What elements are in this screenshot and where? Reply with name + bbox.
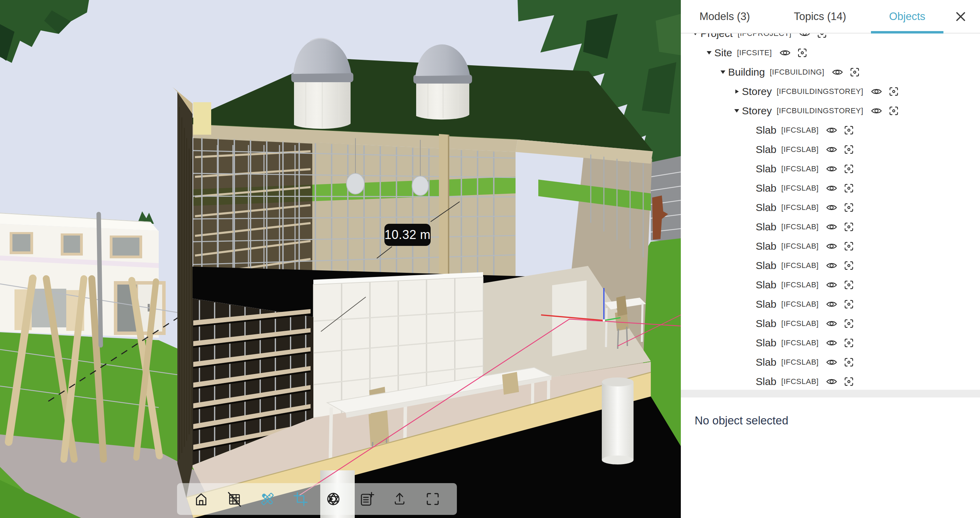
locate-target-icon[interactable] <box>844 203 854 212</box>
object-name[interactable]: Slab <box>756 182 776 194</box>
locate-target-icon[interactable] <box>844 125 854 135</box>
collapse-arrow-icon[interactable] <box>720 69 727 75</box>
visibility-eye-icon[interactable] <box>799 33 810 37</box>
locate-target-icon[interactable] <box>844 183 854 193</box>
object-name[interactable]: Slab <box>756 221 776 233</box>
locate-target-icon[interactable] <box>844 241 854 251</box>
visibility-eye-icon[interactable] <box>780 49 791 57</box>
visibility-eye-icon[interactable] <box>826 242 837 250</box>
locate-target-icon[interactable] <box>844 377 854 386</box>
visibility-eye-icon[interactable] <box>826 146 837 153</box>
object-name[interactable]: Building <box>728 66 765 78</box>
object-name[interactable]: Slab <box>756 260 776 271</box>
visibility-eye-icon[interactable] <box>832 69 843 76</box>
tree-row[interactable]: Storey[IFCBUILDINGSTOREY] <box>681 101 980 121</box>
locate-target-icon[interactable] <box>844 164 854 174</box>
upload-icon[interactable] <box>391 490 409 508</box>
visibility-eye-icon[interactable] <box>826 339 837 347</box>
collapse-arrow-icon[interactable] <box>733 108 741 114</box>
section-plane-icon[interactable] <box>291 490 310 508</box>
ifc-type-tag: [IFCBUILDINGSTOREY] <box>777 106 863 115</box>
locate-target-icon[interactable] <box>844 338 854 348</box>
locate-target-icon[interactable] <box>844 261 854 270</box>
tree-row[interactable]: Slab[IFCSLAB] <box>681 256 980 275</box>
object-name[interactable]: Slab <box>756 124 776 136</box>
expand-arrow-icon[interactable] <box>733 89 741 94</box>
tree-row[interactable]: Storey[IFCBUILDINGSTOREY] <box>681 82 980 101</box>
visibility-eye-icon[interactable] <box>826 359 837 366</box>
tree-row[interactable]: Site[IFCSITE] <box>681 43 980 62</box>
tree-row[interactable]: Slab[IFCSLAB] <box>681 121 980 140</box>
locate-target-icon[interactable] <box>797 48 807 58</box>
object-name[interactable]: Slab <box>756 279 776 291</box>
measurement-label: 10.32 m <box>384 224 431 246</box>
object-name[interactable]: Storey <box>742 86 772 97</box>
object-name[interactable]: Slab <box>756 143 776 155</box>
tab-models[interactable]: Models (3) <box>700 0 750 33</box>
locate-target-icon[interactable] <box>844 319 854 328</box>
tree-row[interactable]: Slab[IFCSLAB] <box>681 237 980 256</box>
tab-objects[interactable]: Objects <box>871 0 943 33</box>
object-name[interactable]: Slab <box>756 241 776 252</box>
locate-target-icon[interactable] <box>850 67 859 77</box>
object-name[interactable]: Slab <box>756 376 776 387</box>
tree-row[interactable]: Slab[IFCSLAB] <box>681 159 980 179</box>
objects-tree[interactable]: Project[IFCPROJECT]Site[IFCSITE]Building… <box>681 33 980 389</box>
tree-horizontal-scrollbar[interactable] <box>681 389 980 397</box>
visibility-eye-icon[interactable] <box>826 165 837 173</box>
tree-row[interactable]: Slab[IFCSLAB] <box>681 217 980 237</box>
visibility-eye-icon[interactable] <box>826 262 837 269</box>
tree-row[interactable]: Project[IFCPROJECT] <box>681 33 980 43</box>
object-name[interactable]: Slab <box>756 337 776 349</box>
close-icon[interactable] <box>954 10 967 24</box>
measure-icon[interactable] <box>258 490 277 508</box>
visibility-eye-icon[interactable] <box>871 88 882 95</box>
visibility-eye-icon[interactable] <box>826 300 837 308</box>
locate-target-icon[interactable] <box>889 106 899 116</box>
locate-target-icon[interactable] <box>889 87 899 96</box>
tree-row[interactable]: Slab[IFCSLAB] <box>681 295 980 314</box>
tree-row[interactable]: Slab[IFCSLAB] <box>681 179 980 198</box>
tree-row[interactable]: Slab[IFCSLAB] <box>681 275 980 295</box>
visibility-eye-icon[interactable] <box>826 378 837 386</box>
object-name[interactable]: Project <box>700 33 733 39</box>
tree-row[interactable]: Slab[IFCSLAB] <box>681 352 980 372</box>
ifc-type-tag: [IFCSLAB] <box>781 319 819 328</box>
home-icon[interactable] <box>192 490 210 508</box>
tree-row[interactable]: Slab[IFCSLAB] <box>681 140 980 159</box>
visibility-eye-icon[interactable] <box>871 107 882 115</box>
tree-row[interactable]: Slab[IFCSLAB] <box>681 314 980 333</box>
visibility-eye-icon[interactable] <box>826 223 837 231</box>
collapse-arrow-icon[interactable] <box>692 33 700 36</box>
locate-target-icon[interactable] <box>844 145 854 155</box>
object-name[interactable]: Storey <box>742 105 772 117</box>
locate-target-icon[interactable] <box>844 222 854 232</box>
object-name[interactable]: Slab <box>756 318 776 330</box>
locate-target-icon[interactable] <box>817 33 827 38</box>
fullscreen-icon[interactable] <box>424 490 442 508</box>
tree-row[interactable]: Slab[IFCSLAB] <box>681 333 980 352</box>
visibility-eye-icon[interactable] <box>826 320 837 327</box>
3d-viewport[interactable]: 10.32 m <box>0 0 681 518</box>
tree-row[interactable]: Building[IFCBUILDING] <box>681 62 980 82</box>
bim-model-canvas[interactable] <box>0 0 681 518</box>
visibility-eye-icon[interactable] <box>826 185 837 192</box>
add-note-icon[interactable] <box>358 490 375 508</box>
locate-target-icon[interactable] <box>844 300 854 309</box>
object-name[interactable]: Slab <box>756 356 776 368</box>
tab-topics[interactable]: Topics (14) <box>794 0 846 33</box>
hide-grid-icon[interactable] <box>225 490 243 508</box>
camera-icon[interactable] <box>325 490 342 508</box>
visibility-eye-icon[interactable] <box>826 126 837 134</box>
object-name[interactable]: Slab <box>756 298 776 310</box>
collapse-arrow-icon[interactable] <box>706 50 714 56</box>
object-name[interactable]: Site <box>714 47 732 59</box>
visibility-eye-icon[interactable] <box>826 204 837 211</box>
tree-row[interactable]: Slab[IFCSLAB] <box>681 372 980 389</box>
tree-row[interactable]: Slab[IFCSLAB] <box>681 198 980 217</box>
locate-target-icon[interactable] <box>844 280 854 290</box>
object-name[interactable]: Slab <box>756 202 776 214</box>
object-name[interactable]: Slab <box>756 163 776 175</box>
locate-target-icon[interactable] <box>844 357 854 367</box>
visibility-eye-icon[interactable] <box>826 281 837 289</box>
